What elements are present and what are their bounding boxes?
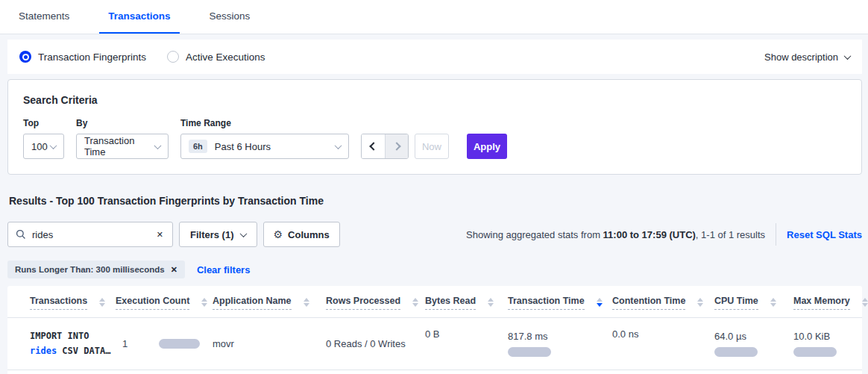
top-select-value: 100	[31, 141, 48, 152]
by-select[interactable]: Transaction Time	[76, 134, 169, 159]
sort-icon	[412, 298, 418, 307]
cell-transaction-time: 817.8 ms	[508, 318, 612, 370]
columns-button-label: Columns	[288, 229, 330, 240]
time-range-value: Past 6 Hours	[215, 141, 271, 152]
time-range-label: Time Range	[180, 118, 349, 128]
max-memory-bar	[793, 347, 837, 357]
filters-button-label: Filters (1)	[190, 229, 234, 240]
chevron-down-icon	[239, 230, 247, 237]
filter-chip: Runs Longer Than: 300 milliseconds ✕	[7, 261, 185, 278]
by-label: By	[76, 118, 169, 128]
time-prev-button[interactable]	[362, 134, 385, 158]
search-box: ✕	[7, 222, 173, 247]
time-next-button[interactable]	[385, 134, 408, 158]
reset-sql-stats-link[interactable]: Reset SQL Stats	[787, 229, 862, 240]
columns-button[interactable]: ⚙ Columns	[263, 222, 340, 247]
cell-rows-processed: 0 Reads / 0 Writes	[326, 318, 425, 370]
results-heading: Results - Top 100 Transaction Fingerprin…	[7, 195, 862, 207]
time-range-badge: 6h	[189, 140, 207, 153]
clear-filters-link[interactable]: Clear filters	[197, 264, 251, 275]
tab-transactions[interactable]: Transactions	[99, 0, 179, 34]
transaction-time-bar	[508, 347, 551, 357]
by-field: By Transaction Time	[76, 118, 169, 159]
chevron-down-icon	[335, 142, 342, 149]
cell-contention-time: 0.0 ns	[612, 318, 714, 370]
active-filters-row: Runs Longer Than: 300 milliseconds ✕ Cle…	[7, 261, 862, 278]
column-header-execution-count[interactable]: Execution Count	[116, 286, 213, 317]
sort-icon	[201, 298, 207, 307]
radio-selected-icon	[19, 51, 31, 63]
results-table: Transactions Execution Count Application…	[7, 286, 862, 374]
chevron-down-icon	[844, 52, 852, 60]
chevron-left-icon	[369, 142, 377, 150]
radio-active-executions-label: Active Executions	[186, 52, 265, 63]
radio-transaction-fingerprints[interactable]: Transaction Fingerprints	[19, 51, 146, 63]
cell-bytes-read: 0 B	[425, 318, 508, 370]
search-input[interactable]	[32, 229, 155, 240]
stats-time-range: 11:00 to 17:59 (UTC)	[603, 229, 696, 240]
table-header-row: Transactions Execution Count Application…	[7, 286, 862, 318]
sort-icon	[697, 298, 703, 307]
cell-max-memory: 10.0 KiB	[793, 318, 862, 370]
sort-icon	[99, 298, 105, 307]
sort-icon	[862, 298, 868, 307]
column-header-rows-processed[interactable]: Rows Processed	[326, 286, 425, 317]
time-range-field: Time Range 6h Past 6 Hours	[180, 118, 349, 159]
search-criteria-panel: Search Criteria Top 100 By Transaction T…	[7, 79, 862, 175]
apply-button[interactable]: Apply	[467, 134, 507, 159]
time-nav-group	[361, 134, 409, 159]
chevron-right-icon	[392, 142, 400, 150]
radio-unselected-icon	[167, 51, 179, 63]
top-select[interactable]: 100	[23, 134, 64, 159]
cpu-time-bar	[714, 347, 758, 357]
sort-desc-active-icon	[597, 298, 603, 307]
sort-icon	[304, 298, 309, 307]
sort-icon	[770, 298, 776, 307]
column-header-application-name[interactable]: Application Name	[213, 286, 326, 317]
results-controls: ✕ Filters (1) ⚙ Columns Showing aggregat…	[7, 222, 862, 247]
sort-icon	[488, 298, 494, 307]
radio-fingerprints-label: Transaction Fingerprints	[38, 52, 146, 63]
transaction-fingerprint-link[interactable]: IMPORT INTO rides CSV DATA…	[30, 328, 110, 359]
aggregated-stats-text: Showing aggregated stats from 11:00 to 1…	[466, 229, 765, 240]
cell-cpu-time: 64.0 µs	[714, 318, 793, 370]
now-button[interactable]: Now	[415, 134, 449, 159]
show-description-toggle[interactable]: Show description	[764, 52, 850, 63]
column-header-bytes-read[interactable]: Bytes Read	[425, 286, 508, 317]
filters-button[interactable]: Filters (1)	[179, 222, 257, 247]
divider	[776, 223, 776, 246]
top-field: Top 100	[23, 118, 64, 159]
gear-icon: ⚙	[274, 228, 283, 240]
column-header-max-memory[interactable]: Max Memory	[793, 286, 868, 317]
page-tabs: Statements Transactions Sessions	[0, 0, 868, 34]
cell-transaction: IMPORT INTO rides CSV DATA…	[7, 318, 116, 370]
search-criteria-title: Search Criteria	[23, 94, 846, 106]
filter-chip-label: Runs Longer Than: 300 milliseconds	[15, 265, 165, 274]
top-label: Top	[23, 118, 64, 128]
column-header-transaction-time[interactable]: Transaction Time	[508, 286, 612, 317]
column-header-cpu-time[interactable]: CPU Time	[714, 286, 793, 317]
column-header-transactions[interactable]: Transactions	[7, 286, 116, 317]
close-icon[interactable]: ✕	[171, 265, 177, 275]
show-description-label: Show description	[764, 52, 838, 63]
radio-active-executions[interactable]: Active Executions	[167, 51, 265, 63]
search-match-highlight: rides	[30, 346, 57, 356]
cell-application-name: movr	[213, 318, 326, 370]
table-row[interactable]: IMPORT INTO rides CSV DATA… 1 movr 0 Rea…	[7, 318, 862, 370]
by-select-value: Transaction Time	[84, 135, 155, 158]
column-header-contention-time[interactable]: Contention Time	[612, 286, 714, 317]
execution-count-bar	[159, 339, 200, 349]
cell-execution-count: 1	[116, 318, 213, 370]
clear-search-icon[interactable]: ✕	[155, 228, 165, 241]
search-icon	[16, 229, 26, 240]
chevron-down-icon	[50, 142, 57, 149]
view-toggle-bar: Transaction Fingerprints Active Executio…	[7, 40, 862, 74]
time-range-select[interactable]: 6h Past 6 Hours	[180, 134, 349, 159]
tab-statements[interactable]: Statements	[10, 0, 78, 34]
tab-sessions[interactable]: Sessions	[201, 0, 260, 34]
